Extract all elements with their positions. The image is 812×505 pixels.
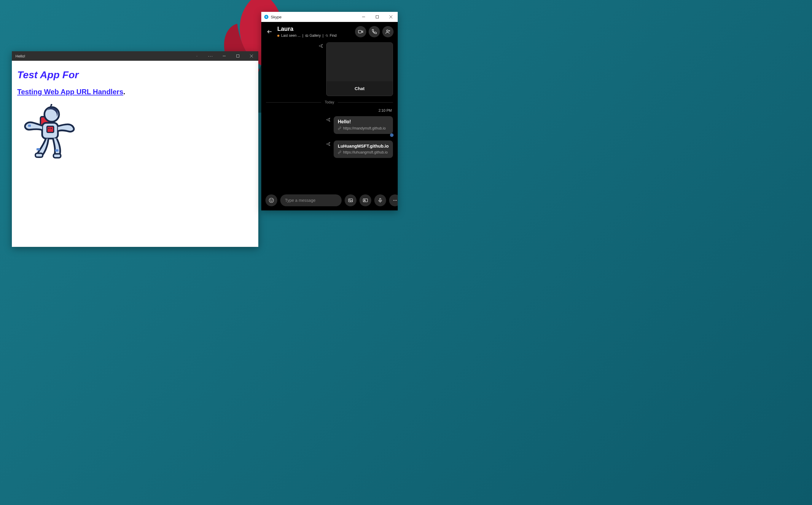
message-row: Hello! https://mandymsft.github.io xyxy=(266,116,393,137)
test-app-heading: Test App For xyxy=(17,69,253,80)
message-input[interactable] xyxy=(285,198,337,203)
svg-rect-13 xyxy=(53,154,61,158)
svg-point-35 xyxy=(349,200,350,201)
contact-card-button[interactable] xyxy=(360,194,371,206)
skype-app-title: Skype xyxy=(271,15,357,19)
contact-subline: Last seen ... | Gallery | Find xyxy=(277,33,352,38)
message-bubble[interactable]: LuHuangMSFT.github.io https://luhuangmsf… xyxy=(333,141,393,158)
svg-point-33 xyxy=(272,200,272,200)
url-handlers-link[interactable]: Testing Web App URL Handlers xyxy=(17,88,123,96)
test-app-subheading: Testing Web App URL Handlers. xyxy=(17,88,253,96)
message-title: LuHuangMSFT.github.io xyxy=(338,143,389,149)
message-input-wrap xyxy=(280,194,342,206)
svg-point-28 xyxy=(387,30,389,32)
period: . xyxy=(123,88,125,96)
svg-rect-12 xyxy=(35,153,43,157)
svg-point-37 xyxy=(364,199,365,201)
message-title: Hello! xyxy=(338,119,389,125)
svg-point-40 xyxy=(393,200,394,201)
svg-point-10 xyxy=(48,128,49,129)
audio-call-button[interactable] xyxy=(369,26,380,37)
maximize-button[interactable] xyxy=(231,51,245,61)
chat-card-thumbnail xyxy=(326,43,393,81)
link-icon xyxy=(338,127,342,130)
message-url[interactable]: https://mandymsft.github.io xyxy=(338,126,389,130)
voice-message-button[interactable] xyxy=(374,194,386,206)
sent-indicator-icon xyxy=(326,117,331,137)
svg-rect-26 xyxy=(359,30,362,33)
skype-maximize-button[interactable] xyxy=(370,12,384,22)
read-receipt-icon xyxy=(390,133,394,137)
svg-rect-18 xyxy=(376,16,379,18)
find-link[interactable]: Find xyxy=(325,33,336,38)
message-row: LuHuangMSFT.github.io https://luhuangmsf… xyxy=(266,141,393,158)
image-icon xyxy=(348,198,353,203)
message-composer xyxy=(261,191,398,210)
video-icon xyxy=(358,29,363,34)
chat-card[interactable]: Chat xyxy=(326,42,393,96)
svg-rect-14 xyxy=(36,148,40,151)
gallery-link[interactable]: Gallery xyxy=(305,33,321,38)
svg-rect-38 xyxy=(380,198,381,201)
svg-point-11 xyxy=(51,128,52,129)
search-icon xyxy=(325,34,328,37)
skype-titlebar: S Skype xyxy=(261,12,398,22)
mic-icon xyxy=(378,198,383,203)
skype-logo-icon: S xyxy=(264,15,268,19)
sent-indicator-icon xyxy=(326,142,331,158)
svg-point-32 xyxy=(270,200,271,200)
test-app-titlebar: Hello! · ··· xyxy=(12,51,258,61)
titlebar-dot-button[interactable]: · xyxy=(190,51,204,61)
message-url[interactable]: https://luhuangmsft.github.io xyxy=(338,150,389,154)
svg-point-42 xyxy=(396,200,397,201)
smiley-icon xyxy=(268,197,274,203)
message-list[interactable]: Chat Today 2:10 PM Hello! xyxy=(261,41,398,191)
message-timestamp: 2:10 PM xyxy=(266,109,393,113)
more-icon xyxy=(392,198,398,203)
last-seen-text: Last seen ... xyxy=(281,33,300,38)
person-add-icon xyxy=(385,29,391,34)
svg-point-41 xyxy=(395,200,396,201)
test-app-title: Hello! xyxy=(15,54,190,58)
message-bubble[interactable]: Hello! https://mandymsft.github.io xyxy=(333,116,393,134)
chat-card-label: Chat xyxy=(326,81,393,96)
contact-card-icon xyxy=(363,198,368,203)
sent-indicator-icon xyxy=(318,43,323,96)
svg-rect-9 xyxy=(47,126,54,133)
svg-point-24 xyxy=(325,34,327,36)
link-icon xyxy=(338,151,342,154)
emoji-button[interactable] xyxy=(265,194,277,206)
skype-body: Laura Last seen ... | Gallery | Find xyxy=(261,22,398,210)
skype-minimize-button[interactable] xyxy=(357,12,370,22)
svg-rect-1 xyxy=(237,55,239,57)
astronaut-image xyxy=(20,103,253,159)
contact-name[interactable]: Laura xyxy=(277,25,352,32)
skype-window: S Skype Laura Last seen ... | xyxy=(261,12,398,210)
svg-line-25 xyxy=(327,36,328,37)
attach-media-button[interactable] xyxy=(345,194,357,206)
close-button[interactable] xyxy=(245,51,258,61)
svg-rect-16 xyxy=(28,125,31,127)
chat-card-row: Chat xyxy=(266,42,393,96)
more-options-button[interactable] xyxy=(389,194,398,206)
svg-point-5 xyxy=(51,104,52,106)
test-app-window: Hello! · ··· Test App For Testing Web Ap… xyxy=(12,51,258,247)
presence-away-icon xyxy=(277,35,279,37)
gallery-icon xyxy=(305,34,308,37)
date-separator: Today xyxy=(266,100,393,104)
conversation-header: Laura Last seen ... | Gallery | Find xyxy=(261,22,398,41)
svg-point-31 xyxy=(269,198,274,203)
test-app-content: Test App For Testing Web App URL Handler… xyxy=(12,61,258,168)
titlebar-more-button[interactable]: ··· xyxy=(204,51,218,61)
add-people-button[interactable] xyxy=(382,26,394,37)
skype-close-button[interactable] xyxy=(384,12,398,22)
video-call-button[interactable] xyxy=(355,26,366,37)
svg-point-23 xyxy=(306,35,307,36)
svg-rect-15 xyxy=(55,149,58,152)
minimize-button[interactable] xyxy=(218,51,231,61)
back-button[interactable] xyxy=(265,28,274,36)
phone-icon xyxy=(372,29,377,34)
